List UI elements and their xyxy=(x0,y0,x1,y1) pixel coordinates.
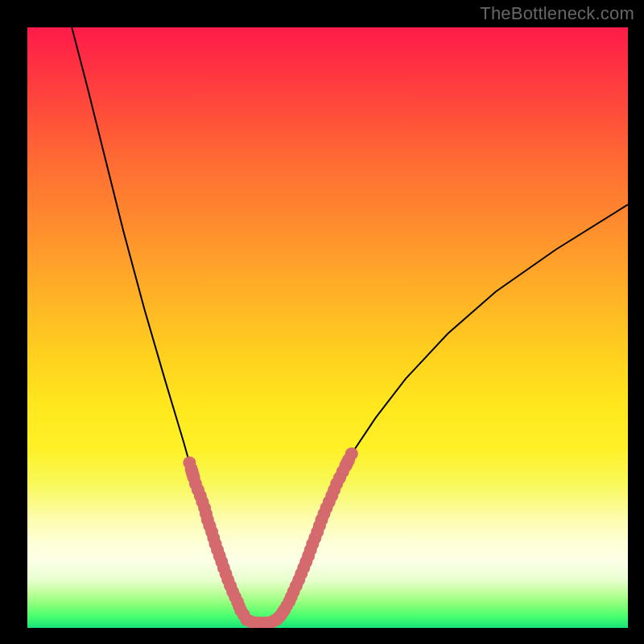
highlighted-points xyxy=(183,448,357,628)
chart-frame: TheBottleneck.com xyxy=(0,0,644,644)
plot-area xyxy=(27,27,628,628)
attribution-text: TheBottleneck.com xyxy=(480,3,634,24)
svg-point-66 xyxy=(345,448,358,460)
curve-svg xyxy=(27,27,628,628)
left-branch-curve xyxy=(72,27,253,622)
right-branch-curve xyxy=(270,204,628,622)
